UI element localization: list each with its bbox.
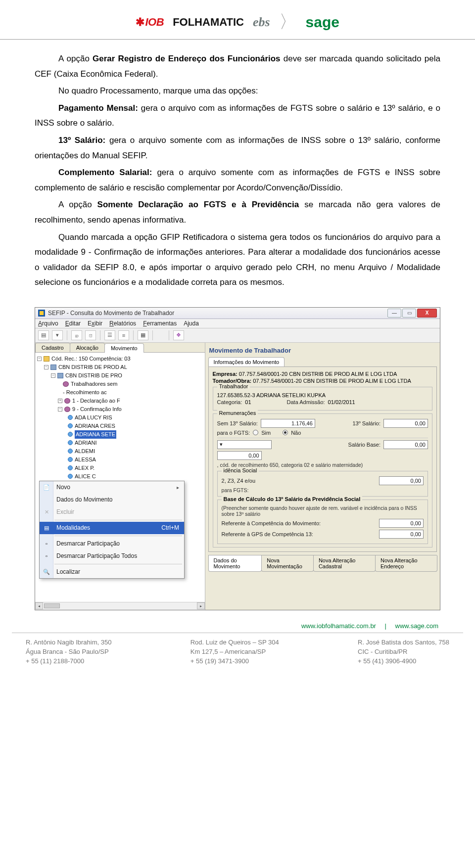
tree-worker-item[interactable]: ALESSA bbox=[37, 456, 203, 464]
menu-editar[interactable]: Editar bbox=[65, 320, 81, 327]
logo-sage: sage bbox=[306, 14, 339, 31]
window-title: SEFIP - Consulta do Movimento de Trabalh… bbox=[48, 310, 174, 317]
addr-sp: R. Antônio Nagib Ibrahim, 350 Água Branc… bbox=[26, 638, 111, 666]
subtab-informacoes[interactable]: Informações do Movimento bbox=[208, 357, 285, 366]
refcomp-field[interactable]: 0,00 bbox=[379, 519, 424, 528]
paragraph-6: A opção Somente Declaração ao FGTS e à P… bbox=[35, 197, 440, 228]
btab-alt-endereco[interactable]: Nova Alteração Endereço bbox=[375, 555, 437, 572]
paragraph-3: Pagamento Mensal: gera o arquivo com as … bbox=[35, 101, 440, 131]
folder-icon bbox=[44, 356, 49, 362]
tool-list-icon[interactable]: ☰ bbox=[104, 330, 115, 340]
logo-separator: 〉 bbox=[279, 10, 297, 34]
worker-icon bbox=[68, 474, 73, 479]
tree-view[interactable]: −Cód. Rec.: 150 Competência: 03 −CBN DIS… bbox=[35, 353, 205, 610]
btab-movimentacao[interactable]: Nova Movimentação bbox=[261, 555, 314, 572]
paragraph-5: Complemento Salarial: gera o arquivo som… bbox=[35, 165, 440, 195]
combo-field[interactable]: ▾ bbox=[217, 440, 272, 449]
tree-worker-item[interactable]: ADA LUCY RIS bbox=[37, 413, 203, 422]
tool-dropdown-icon[interactable]: ▾ bbox=[52, 330, 63, 340]
ctx-excluir: ✕Excluir bbox=[40, 506, 184, 518]
new-doc-icon: 📄 bbox=[43, 483, 50, 491]
sal13-field[interactable]: 0,00 bbox=[383, 419, 428, 428]
brand-header: ✱IOB FOLHAMATIC ebs 〉 sage bbox=[0, 0, 475, 40]
btab-alt-cadastral[interactable]: Nova Alteração Cadastral bbox=[313, 555, 376, 572]
link-iob[interactable]: www.iobfolhamatic.com.br bbox=[301, 622, 376, 630]
tree-worker-item[interactable]: ADRIANA CRES bbox=[37, 422, 203, 430]
paragraph-4: 13º Salário: gera o arquivo somente com … bbox=[35, 133, 440, 163]
list-icon: ▤ bbox=[43, 524, 50, 532]
bottom-tabs: Dados do Movimento Nova Movimentação Nov… bbox=[208, 555, 437, 572]
uncheck-icon: ▫ bbox=[43, 540, 50, 548]
tool-tree-icon[interactable]: ⎄ bbox=[71, 330, 82, 340]
search-icon: 🔍 bbox=[43, 568, 50, 576]
building-icon bbox=[57, 373, 63, 378]
tab-movimento[interactable]: Movimento bbox=[104, 343, 144, 353]
tool-collapse-icon[interactable]: ⎅ bbox=[85, 330, 96, 340]
tree-worker-item[interactable]: ADRIANI bbox=[37, 439, 203, 447]
worker-icon bbox=[68, 457, 73, 462]
context-menu: 📄Novo▸ Dados do Movimento ✕Excluir ▤Moda… bbox=[39, 481, 185, 579]
menu-relatorios[interactable]: Relatórios bbox=[109, 320, 136, 327]
radio-nao[interactable] bbox=[283, 430, 288, 435]
worker-icon bbox=[68, 440, 73, 445]
close-button[interactable]: X bbox=[417, 309, 437, 318]
minimize-button[interactable]: — bbox=[387, 309, 401, 318]
horizontal-scrollbar[interactable]: ◂ ▸ bbox=[35, 602, 205, 610]
left-panel: Cadastro Alocação Movimento −Cód. Rec.: … bbox=[35, 343, 205, 610]
logo-folhamatic: FOLHAMATIC bbox=[173, 16, 244, 29]
maximize-button[interactable]: ▭ bbox=[402, 309, 416, 318]
tool-new-icon[interactable]: ▤ bbox=[38, 330, 49, 340]
tab-alocacao[interactable]: Alocação bbox=[70, 343, 105, 352]
addr-americana: Rod. Luiz de Queiros – SP 304 Km 127,5 –… bbox=[190, 638, 279, 666]
document-body: A opção Gerar Registro de Endereço dos F… bbox=[0, 40, 475, 297]
app-icon bbox=[38, 310, 45, 317]
menu-exibir[interactable]: Exibir bbox=[88, 320, 102, 327]
salbase-field[interactable]: 0,00 bbox=[383, 440, 428, 449]
worker-icon bbox=[68, 465, 73, 470]
panel-title: Movimento de Trabalhador bbox=[208, 345, 437, 357]
groupbox-trabalhador: Trabalhador 127.65385.52-3 ADRIANA SETEL… bbox=[213, 387, 432, 411]
node-icon bbox=[63, 381, 69, 387]
sem13-field[interactable]: 1.176,46 bbox=[261, 419, 315, 428]
ctx-novo[interactable]: 📄Novo▸ bbox=[40, 481, 184, 494]
radio-sim[interactable] bbox=[253, 430, 258, 435]
node-icon bbox=[64, 407, 70, 412]
node-icon bbox=[64, 398, 70, 404]
tool-report-icon[interactable]: ▦ bbox=[138, 330, 148, 340]
right-panel: Movimento de Trabalhador Informações do … bbox=[205, 343, 440, 610]
menu-ajuda[interactable]: Ajuda bbox=[184, 320, 199, 327]
logo-iob: ✱IOB bbox=[136, 16, 164, 29]
link-sage[interactable]: www.sage.com bbox=[395, 622, 438, 630]
window-titlebar: SEFIP - Consulta do Movimento de Trabalh… bbox=[35, 308, 440, 319]
ctx-modalidades[interactable]: ▤ModalidadesCtrl+M bbox=[40, 522, 184, 534]
uncheck-all-icon: ▫ bbox=[43, 552, 50, 560]
tree-worker-item[interactable]: ALDEMI bbox=[37, 447, 203, 456]
ctx-desmarcar[interactable]: ▫Desmarcar Participação bbox=[40, 538, 184, 550]
tree-worker-item[interactable]: ADRIANA SETE bbox=[37, 430, 203, 439]
paragraph-2: No quadro Processamento, marque uma das … bbox=[35, 84, 440, 99]
inss-field[interactable]: 0,00 bbox=[379, 476, 424, 485]
groupbox-base13: Base de Cálculo do 13º Salário da Previd… bbox=[217, 500, 428, 544]
worker-icon bbox=[68, 423, 73, 428]
menubar: Arquivo Editar Exibir Relatórios Ferrame… bbox=[35, 319, 440, 328]
menu-ferramentas[interactable]: Ferramentas bbox=[143, 320, 177, 327]
menu-arquivo[interactable]: Arquivo bbox=[38, 320, 58, 327]
ctx-desmarcar-todos[interactable]: ▫Desmarcar Participação Todos bbox=[40, 550, 184, 562]
page-footer: www.iobfolhamatic.com.br | www.sage.com … bbox=[0, 610, 475, 671]
refgps-field[interactable]: 0,00 bbox=[379, 530, 424, 539]
logo-ebs: ebs bbox=[253, 15, 270, 30]
btab-dados[interactable]: Dados do Movimento bbox=[208, 555, 262, 572]
ctx-localizar[interactable]: 🔍Localizar bbox=[40, 566, 184, 578]
groupbox-previdencia: idência Social 2, Z3, Z4 e/ou 0,00 para … bbox=[217, 471, 428, 497]
ctx-dados[interactable]: Dados do Movimento bbox=[40, 494, 184, 506]
paragraph-1: A opção Gerar Registro de Endereço dos F… bbox=[35, 51, 440, 82]
toolbar: ▤ ▾ ⎄ ⎅ ☰ ≡ ▦ ❖ bbox=[35, 328, 440, 343]
value-field[interactable]: 0,00 bbox=[217, 451, 262, 460]
tool-sort-icon[interactable]: ≡ bbox=[118, 330, 129, 340]
tree-worker-item[interactable]: ALEX P. bbox=[37, 464, 203, 472]
sefip-window: SEFIP - Consulta do Movimento de Trabalh… bbox=[35, 307, 440, 610]
worker-icon bbox=[68, 415, 73, 420]
tool-help-icon[interactable]: ❖ bbox=[173, 330, 184, 340]
tab-cadastro[interactable]: Cadastro bbox=[35, 343, 70, 352]
tree-worker-item[interactable]: ALICE C bbox=[37, 472, 203, 481]
